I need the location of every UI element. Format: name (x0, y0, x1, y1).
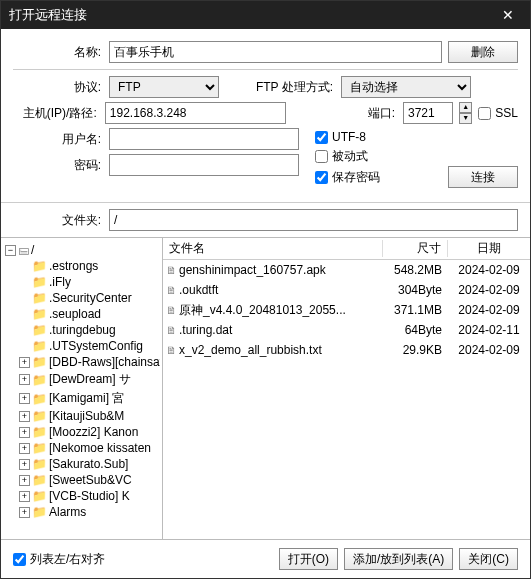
folder-icon: 📁 (32, 473, 47, 487)
tree-item[interactable]: +📁[Kamigami] 宮 (3, 389, 160, 408)
disk-icon: 🖴 (18, 244, 29, 256)
folder-icon: 📁 (32, 307, 47, 321)
tree-item-label: [VCB-Studio] K (49, 489, 130, 503)
file-size: 29.9KB (383, 343, 448, 357)
port-label: 端口: (292, 105, 397, 122)
expand-icon[interactable]: + (19, 443, 30, 454)
tree-item[interactable]: +📁[KitaujiSub&M (3, 408, 160, 424)
savepass-checkbox[interactable] (315, 171, 328, 184)
file-icon: 🗎 (163, 344, 179, 356)
expand-icon[interactable]: + (19, 357, 30, 368)
file-list[interactable]: 🗎genshinimpact_160757.apk548.2MB2024-02-… (163, 260, 530, 539)
host-input[interactable] (105, 102, 286, 124)
file-row[interactable]: 🗎原神_v4.4.0_20481013_2055...371.1MB2024-0… (163, 300, 530, 320)
name-input[interactable] (109, 41, 442, 63)
tree-item[interactable]: 📁.iFly (3, 274, 160, 290)
expand-icon[interactable]: + (19, 374, 30, 385)
file-row[interactable]: 🗎.turing.dat64Byte2024-02-11 (163, 320, 530, 340)
tree-item[interactable]: +📁[Nekomoe kissaten (3, 440, 160, 456)
file-size: 64Byte (383, 323, 448, 337)
expand-icon[interactable]: + (19, 507, 30, 518)
close-button[interactable]: 关闭(C) (459, 548, 518, 570)
file-size: 371.1MB (383, 303, 448, 317)
file-date: 2024-02-09 (448, 263, 530, 277)
utf8-checkbox-row[interactable]: UTF-8 (315, 130, 380, 144)
collapse-icon[interactable]: − (5, 245, 16, 256)
ssl-checkbox[interactable] (478, 107, 491, 120)
savepass-label: 保存密码 (332, 169, 380, 186)
spin-up-icon[interactable]: ▲ (459, 102, 472, 113)
tree-item[interactable]: +📁[SweetSub&VC (3, 472, 160, 488)
passive-checkbox[interactable] (315, 150, 328, 163)
ssl-checkbox-row[interactable]: SSL (478, 106, 518, 120)
file-icon: 🗎 (163, 324, 179, 336)
remote-connection-dialog: 打开远程连接 ✕ 名称: 删除 协议: FTP FTP 处理方式: 自动选择 主… (0, 0, 531, 579)
tree-item[interactable]: 📁.seupload (3, 306, 160, 322)
delete-button[interactable]: 删除 (448, 41, 518, 63)
tree-item[interactable]: 📁.UTSystemConfig (3, 338, 160, 354)
folder-tree[interactable]: − 🖴 / 📁.estrongs📁.iFly📁.SecurityCenter📁.… (1, 238, 163, 539)
open-button[interactable]: 打开(O) (279, 548, 338, 570)
folder-icon: 📁 (32, 275, 47, 289)
pass-input[interactable] (109, 154, 299, 176)
file-row[interactable]: 🗎.oukdtft304Byte2024-02-09 (163, 280, 530, 300)
add-button[interactable]: 添加/放到列表(A) (344, 548, 453, 570)
expand-icon[interactable]: + (19, 393, 30, 404)
file-row[interactable]: 🗎x_v2_demo_all_rubbish.txt29.9KB2024-02-… (163, 340, 530, 360)
passive-label: 被动式 (332, 148, 368, 165)
file-icon: 🗎 (163, 304, 179, 316)
header-name[interactable]: 文件名 (163, 240, 383, 257)
folder-icon: 📁 (32, 425, 47, 439)
file-row[interactable]: 🗎genshinimpact_160757.apk548.2MB2024-02-… (163, 260, 530, 280)
name-label: 名称: (13, 44, 103, 61)
align-checkbox-row[interactable]: 列表左/右对齐 (13, 551, 105, 568)
connect-button[interactable]: 连接 (448, 166, 518, 188)
tree-root[interactable]: − 🖴 / (3, 242, 160, 258)
tree-item[interactable]: +📁[Moozzi2] Kanon (3, 424, 160, 440)
expand-icon[interactable]: + (19, 459, 30, 470)
tree-item-label: .UTSystemConfig (49, 339, 143, 353)
file-date: 2024-02-09 (448, 283, 530, 297)
window-title: 打开远程连接 (9, 6, 87, 24)
expand-icon[interactable]: + (19, 427, 30, 438)
expand-icon[interactable]: + (19, 491, 30, 502)
tree-item-label: .estrongs (49, 259, 98, 273)
file-size: 304Byte (383, 283, 448, 297)
folder-icon: 📁 (32, 355, 47, 369)
port-spinner[interactable]: ▲▼ (459, 102, 472, 124)
user-input[interactable] (109, 128, 299, 150)
savepass-checkbox-row[interactable]: 保存密码 (315, 169, 380, 186)
file-name: x_v2_demo_all_rubbish.txt (179, 343, 383, 357)
port-input[interactable] (403, 102, 453, 124)
tree-item[interactable]: +📁[DewDream] サ (3, 370, 160, 389)
tree-item-label: [Sakurato.Sub] (49, 457, 128, 471)
folder-input[interactable] (109, 209, 518, 231)
protocol-select[interactable]: FTP (109, 76, 219, 98)
file-icon: 🗎 (163, 264, 179, 276)
align-checkbox[interactable] (13, 553, 26, 566)
tree-item[interactable]: +📁Alarms (3, 504, 160, 520)
folder-icon: 📁 (32, 505, 47, 519)
folder-icon: 📁 (32, 323, 47, 337)
folder-label: 文件夹: (13, 212, 103, 229)
folder-icon: 📁 (32, 457, 47, 471)
tree-item[interactable]: +📁[Sakurato.Sub] (3, 456, 160, 472)
spin-down-icon[interactable]: ▼ (459, 113, 472, 124)
file-date: 2024-02-11 (448, 323, 530, 337)
tree-item[interactable]: 📁.turingdebug (3, 322, 160, 338)
tree-item[interactable]: 📁.SecurityCenter (3, 290, 160, 306)
folder-icon: 📁 (32, 291, 47, 305)
header-size[interactable]: 尺寸 (383, 240, 448, 257)
folder-icon: 📁 (32, 373, 47, 387)
utf8-checkbox[interactable] (315, 131, 328, 144)
tree-item[interactable]: +📁[VCB-Studio] K (3, 488, 160, 504)
header-date[interactable]: 日期 (448, 240, 530, 257)
expand-icon[interactable]: + (19, 411, 30, 422)
close-icon[interactable]: ✕ (494, 7, 522, 23)
ftp-mode-select[interactable]: 自动选择 (341, 76, 471, 98)
passive-checkbox-row[interactable]: 被动式 (315, 148, 380, 165)
tree-item[interactable]: 📁.estrongs (3, 258, 160, 274)
expand-icon[interactable]: + (19, 475, 30, 486)
titlebar: 打开远程连接 ✕ (1, 1, 530, 29)
tree-item[interactable]: +📁[DBD-Raws][chainsaw (3, 354, 160, 370)
